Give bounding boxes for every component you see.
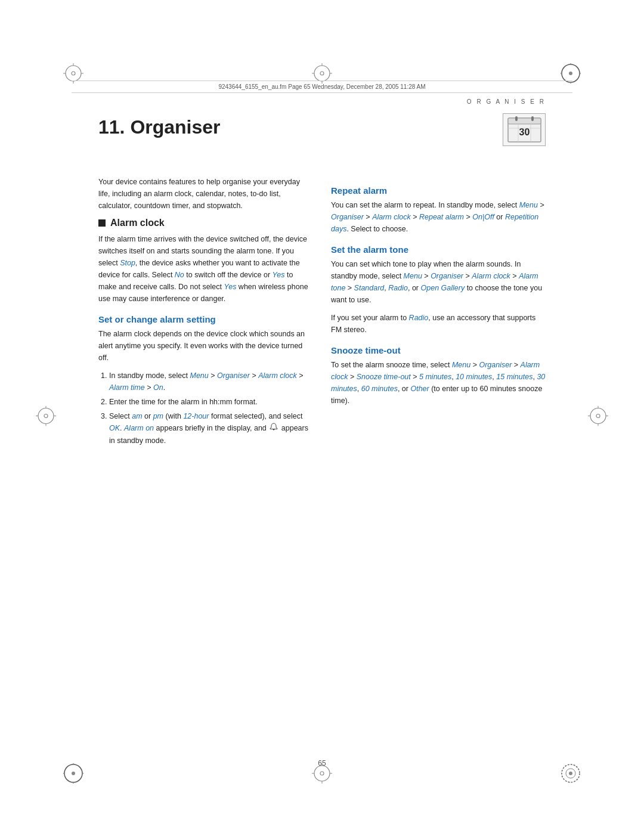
alarm-clock-body: If the alarm time arrives with the devic… — [98, 233, 313, 305]
steps-list: In standby mode, select Menu > Organiser… — [98, 370, 313, 447]
set-alarm-tone-body: You can set which tone to play when the … — [331, 258, 546, 306]
chapter-icon: 30 — [503, 113, 546, 146]
svg-point-33 — [320, 772, 324, 775]
svg-point-41 — [38, 408, 54, 423]
chapter-title-group: 11. Organiser — [98, 110, 221, 138]
content-area: Your device contains features to help or… — [98, 176, 546, 451]
svg-point-13 — [569, 72, 572, 75]
svg-point-47 — [590, 408, 606, 423]
set-change-heading: Set or change alarm setting — [98, 314, 313, 324]
section-bullet — [98, 219, 106, 227]
column-left: Your device contains features to help or… — [98, 176, 313, 451]
chapter-title: 11. Organiser — [98, 116, 221, 138]
step-3: Select am or pm (with 12-hour format sel… — [109, 410, 313, 447]
alarm-clock-heading: Alarm clock — [110, 218, 165, 228]
repeat-alarm-body: You can set the alarm to repeat. In stan… — [331, 199, 546, 235]
svg-text:30: 30 — [519, 127, 530, 137]
top-bar: 9243644_6155_en_au.fm Page 65 Wednesday,… — [72, 80, 572, 93]
reg-mark-right-mid — [588, 405, 608, 428]
reg-mark-bottom-left — [63, 763, 83, 785]
repeat-alarm-heading: Repeat alarm — [331, 185, 546, 196]
chapter-area: 11. Organiser 30 — [98, 110, 546, 146]
section-label: O r g a n i s e r — [467, 98, 546, 105]
page-wrapper: 9243644_6155_en_au.fm Page 65 Wednesday,… — [0, 0, 644, 833]
svg-point-0 — [66, 66, 81, 81]
alarm-clock-heading-box: Alarm clock — [98, 218, 313, 228]
svg-rect-20 — [515, 116, 518, 121]
svg-rect-21 — [531, 116, 534, 121]
svg-point-27 — [72, 772, 75, 775]
svg-point-32 — [314, 766, 330, 781]
reg-mark-bottom-right — [561, 763, 581, 785]
file-info: 9243644_6155_en_au.fm Page 65 Wednesday,… — [218, 83, 425, 90]
reg-mark-bottom-center — [312, 763, 332, 785]
snooze-heading: Snooze time-out — [331, 345, 546, 355]
step-2: Enter the time for the alarm in hh:mm fo… — [109, 396, 313, 408]
svg-rect-19 — [508, 118, 541, 124]
svg-point-1 — [72, 72, 75, 75]
alarm-bell-icon — [270, 423, 278, 435]
reg-mark-left-mid — [36, 405, 56, 428]
set-change-body: The alarm clock depends on the device cl… — [98, 328, 313, 364]
column-right: Repeat alarm You can set the alarm to re… — [331, 176, 546, 451]
step-1: In standby mode, select Menu > Organiser… — [109, 370, 313, 394]
set-alarm-tone-heading: Set the alarm tone — [331, 244, 546, 255]
svg-point-40 — [569, 772, 572, 775]
intro-paragraph: Your device contains features to help or… — [98, 176, 313, 212]
snooze-body: To set the alarm snooze time, select Men… — [331, 359, 546, 407]
svg-point-48 — [596, 414, 600, 417]
svg-point-6 — [314, 66, 330, 81]
set-alarm-tone-note: If you set your alarm to Radio, use an a… — [331, 312, 546, 336]
svg-point-42 — [44, 414, 48, 417]
svg-point-7 — [320, 72, 324, 75]
